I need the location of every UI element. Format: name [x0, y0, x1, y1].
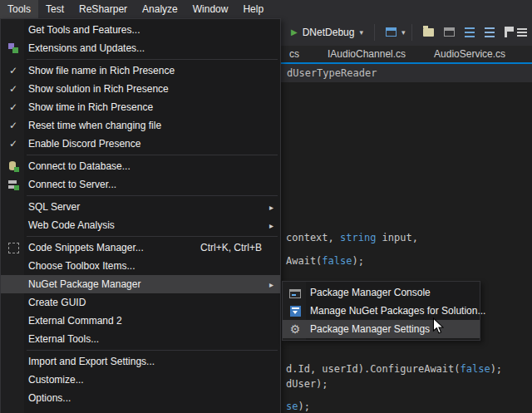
console-icon	[289, 289, 301, 298]
code-text: );	[298, 401, 309, 412]
menu-item-get-tools-and-features[interactable]: Get Tools and Features...	[1, 21, 280, 39]
menu-item-label: External Command 2	[28, 315, 122, 327]
code-snippets-icon	[8, 243, 19, 253]
tab-iaudiochannel[interactable]: IAudioChannel.cs	[319, 48, 414, 60]
menu-item-choose-toolbox-items[interactable]: Choose Toolbox Items...	[1, 257, 280, 275]
tab-audioservice[interactable]: AudioService.cs	[426, 48, 514, 60]
editor-navigation-band: dUserTypeReader	[281, 64, 532, 82]
menubar-item-test[interactable]: Test	[38, 0, 71, 18]
menu-item-label: Package Manager Settings	[310, 323, 430, 335]
menu-item-label: Reset time when changing file	[28, 120, 161, 131]
menu-gutter	[283, 283, 308, 302]
menu-item-label: Show file name in Rich Presence	[28, 65, 175, 76]
submenu-item-package-manager-console[interactable]: Package Manager Console	[283, 283, 480, 302]
code-keyword: false	[322, 255, 352, 267]
menu-bar: Tools Test ReSharper Analyze Window Help	[0, 0, 532, 18]
open-file-icon[interactable]	[423, 28, 434, 37]
menubar-item-analyze[interactable]: Analyze	[135, 0, 185, 18]
menu-item-label: Connect to Server...	[28, 179, 116, 190]
menu-item-create-guid[interactable]: Create GUID	[1, 293, 280, 312]
menu-item-code-snippets-manager[interactable]: Code Snippets Manager... Ctrl+K, Ctrl+B	[1, 238, 280, 257]
code-line: se);	[286, 401, 310, 412]
menu-item-options[interactable]: Options...	[1, 389, 280, 407]
code-text: );	[490, 363, 502, 375]
menu-gutter	[1, 389, 26, 407]
toolbar-separator	[411, 24, 412, 41]
menu-gutter	[1, 175, 26, 194]
menu-item-label: Manage NuGet Packages for Solution...	[310, 305, 485, 317]
play-icon: ▶	[291, 27, 298, 37]
preview-window-icon[interactable]	[444, 27, 455, 37]
menu-item-reset-time-when-changing-file[interactable]: ✓ Reset time when changing file	[1, 116, 280, 135]
indent-decrease-icon[interactable]	[465, 27, 475, 37]
menu-item-label: Web Code Analysis	[28, 219, 115, 231]
submenu-item-manage-nuget-packages-for-solution[interactable]: Manage NuGet Packages for Solution...	[283, 302, 480, 320]
checkmark-icon: ✓	[9, 65, 17, 76]
menu-item-show-file-name-rich-presence[interactable]: ✓ Show file name in Rich Presence	[1, 61, 280, 80]
menu-item-label: Import and Export Settings...	[28, 356, 155, 367]
menu-gutter: ✓	[1, 135, 26, 153]
menu-gutter	[1, 216, 26, 234]
menu-item-customize[interactable]: Customize...	[1, 371, 280, 389]
menu-separator	[27, 155, 278, 155]
menubar-item-tools[interactable]: Tools	[0, 0, 38, 18]
attach-to-process-icon[interactable]	[386, 27, 397, 37]
menu-item-label: Package Manager Console	[310, 287, 431, 298]
menu-item-shortcut: Ctrl+K, Ctrl+B	[200, 242, 262, 253]
packages-icon	[290, 306, 301, 317]
tools-menu: Get Tools and Features... Extensions and…	[0, 18, 281, 413]
menu-item-label: Code Snippets Manager...	[28, 242, 144, 253]
menu-item-connect-to-database[interactable]: Connect to Database...	[1, 157, 280, 175]
code-keyword: false	[461, 363, 490, 375]
menu-item-label: Show time in Rich Presence	[28, 101, 153, 113]
menu-gutter: ✓	[1, 61, 26, 80]
code-text: input,	[376, 232, 418, 243]
menu-gutter	[1, 238, 26, 257]
menu-item-external-command-2[interactable]: External Command 2	[1, 312, 280, 330]
menu-item-label: Choose Toolbox Items...	[28, 260, 135, 272]
menu-item-sql-server[interactable]: SQL Server ▸	[1, 198, 280, 216]
menubar-item-resharper[interactable]: ReSharper	[71, 0, 135, 18]
gear-icon: ⚙	[288, 322, 302, 336]
menubar-item-help[interactable]: Help	[235, 0, 271, 18]
menu-item-show-solution-rich-presence[interactable]: ✓ Show solution in Rich Presence	[1, 80, 280, 98]
menu-item-label: Show solution in Rich Presence	[28, 83, 169, 95]
code-line: Await(false);	[286, 255, 364, 267]
menu-item-connect-to-server[interactable]: Connect to Server...	[1, 175, 280, 194]
extensions-icon	[7, 42, 20, 55]
menu-item-label: Enable Discord Presence	[28, 138, 140, 150]
submenu-arrow-icon: ▸	[269, 280, 273, 289]
chevron-down-icon[interactable]: ▾	[359, 28, 363, 37]
menu-item-nuget-package-manager[interactable]: NuGet Package Manager ▸	[1, 275, 280, 293]
menu-gutter	[1, 371, 26, 389]
menu-separator	[27, 195, 278, 196]
menu-item-label: Get Tools and Features...	[28, 24, 140, 36]
menu-gutter	[1, 293, 26, 312]
menu-separator	[27, 236, 278, 237]
menu-item-show-time-rich-presence[interactable]: ✓ Show time in Rich Presence	[1, 98, 280, 116]
menu-gutter: ✓	[1, 80, 26, 98]
menu-item-label: Customize...	[28, 374, 84, 386]
submenu-item-package-manager-settings[interactable]: ⚙ Package Manager Settings	[283, 320, 480, 338]
menu-item-extensions-and-updates[interactable]: Extensions and Updates...	[1, 39, 280, 57]
menu-gutter	[1, 275, 26, 293]
tab-partial[interactable]: cs	[281, 48, 308, 60]
menu-item-external-tools[interactable]: External Tools...	[1, 330, 280, 348]
start-debug-button[interactable]: ▶ DNetDebug ▾	[286, 25, 368, 40]
menu-gutter	[1, 312, 26, 330]
menu-item-import-and-export-settings[interactable]: Import and Export Settings...	[1, 352, 280, 371]
toolbar-options-icon[interactable]	[517, 28, 527, 37]
chevron-down-icon[interactable]: ▾	[401, 28, 406, 37]
indent-increase-icon[interactable]	[485, 27, 495, 37]
submenu-arrow-icon: ▸	[269, 221, 273, 230]
code-text: d.Id, userId).ConfigureAwait(	[286, 363, 461, 375]
menu-item-enable-discord-presence[interactable]: ✓ Enable Discord Presence	[1, 135, 280, 153]
bookmark-icon[interactable]	[505, 27, 507, 37]
menubar-item-window[interactable]: Window	[185, 0, 236, 18]
menu-item-web-code-analysis[interactable]: Web Code Analysis ▸	[1, 216, 280, 234]
checkmark-icon: ✓	[9, 101, 17, 113]
code-text: context,	[286, 232, 340, 243]
breadcrumb: dUserTypeReader	[287, 67, 377, 79]
menu-item-label: Options...	[28, 392, 71, 404]
code-text: dUser);	[286, 378, 328, 390]
